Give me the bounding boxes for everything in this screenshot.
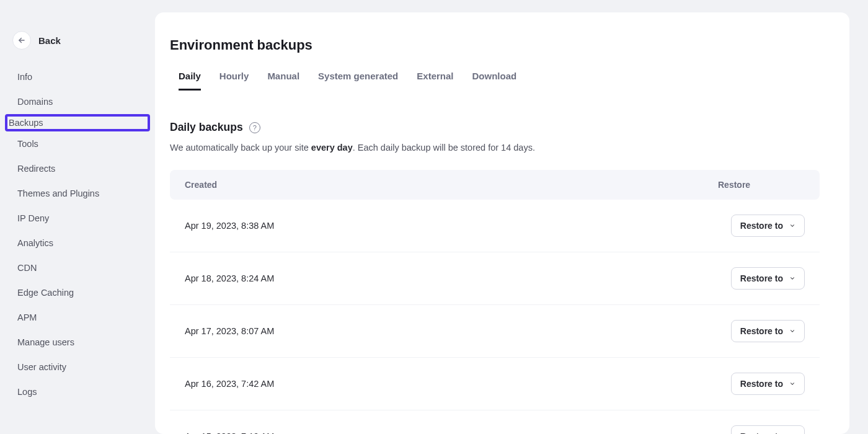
back-label[interactable]: Back [38, 35, 61, 46]
sidebar-item-apm[interactable]: APM [5, 305, 150, 330]
sidebar-item-tools[interactable]: Tools [5, 131, 150, 156]
table-row: Apr 15, 2023, 7:19 AM Restore to [170, 410, 820, 434]
tab-external[interactable]: External [417, 71, 453, 91]
sidebar-item-cdn[interactable]: CDN [5, 255, 150, 280]
cell-created: Apr 19, 2023, 8:38 AM [185, 221, 718, 231]
sidebar-item-domains[interactable]: Domains [5, 89, 150, 114]
chevron-down-icon [789, 223, 795, 229]
sidebar-item-ip-deny[interactable]: IP Deny [5, 206, 150, 231]
page-title: Environment backups [170, 37, 820, 53]
main-panel: Environment backups Daily Hourly Manual … [155, 12, 849, 434]
tab-download[interactable]: Download [472, 71, 517, 91]
tab-hourly[interactable]: Hourly [219, 71, 249, 91]
sidebar-item-logs[interactable]: Logs [5, 379, 150, 404]
help-icon[interactable]: ? [249, 122, 260, 133]
chevron-down-icon [789, 381, 795, 387]
sidebar-item-themes-plugins[interactable]: Themes and Plugins [5, 181, 150, 206]
chevron-down-icon [789, 275, 795, 281]
restore-to-button[interactable]: Restore to [731, 215, 805, 237]
chevron-down-icon [789, 328, 795, 334]
table-row: Apr 19, 2023, 8:38 AM Restore to [170, 200, 820, 252]
sidebar-item-analytics[interactable]: Analytics [5, 231, 150, 255]
back-button[interactable] [12, 31, 31, 50]
restore-to-button[interactable]: Restore to [731, 373, 805, 395]
col-created: Created [185, 180, 718, 190]
cell-created: Apr 16, 2023, 7:42 AM [185, 379, 718, 389]
tab-system-generated[interactable]: System generated [318, 71, 398, 91]
col-restore: Restore [718, 180, 805, 190]
sidebar-item-info[interactable]: Info [5, 64, 150, 89]
sidebar-item-redirects[interactable]: Redirects [5, 156, 150, 181]
sidebar-item-user-activity[interactable]: User activity [5, 355, 150, 379]
tabs: Daily Hourly Manual System generated Ext… [170, 71, 820, 91]
table-row: Apr 17, 2023, 8:07 AM Restore to [170, 305, 820, 358]
restore-to-button[interactable]: Restore to [731, 425, 805, 434]
sidebar: Back Info Domains Backups Tools Redirect… [0, 0, 155, 434]
sidebar-item-manage-users[interactable]: Manage users [5, 330, 150, 355]
backups-table: Created Restore Apr 19, 2023, 8:38 AM Re… [170, 170, 820, 434]
arrow-left-icon [17, 36, 26, 45]
tab-manual[interactable]: Manual [267, 71, 299, 91]
table-row: Apr 18, 2023, 8:24 AM Restore to [170, 252, 820, 305]
table-row: Apr 16, 2023, 7:42 AM Restore to [170, 358, 820, 410]
sidebar-item-backups[interactable]: Backups [5, 114, 150, 131]
cell-created: Apr 15, 2023, 7:19 AM [185, 432, 718, 434]
restore-to-button[interactable]: Restore to [731, 267, 805, 290]
restore-to-button[interactable]: Restore to [731, 320, 805, 342]
sidebar-item-edge-caching[interactable]: Edge Caching [5, 280, 150, 305]
sidebar-nav: Info Domains Backups Tools Redirects The… [5, 64, 150, 404]
cell-created: Apr 17, 2023, 8:07 AM [185, 326, 718, 336]
tab-daily[interactable]: Daily [179, 71, 201, 91]
back-row: Back [5, 31, 150, 64]
section-title: Daily backups [170, 121, 243, 134]
table-header: Created Restore [170, 170, 820, 200]
section-description: We automatically back up your site every… [170, 143, 820, 153]
cell-created: Apr 18, 2023, 8:24 AM [185, 273, 718, 283]
section-header: Daily backups ? [170, 121, 820, 134]
